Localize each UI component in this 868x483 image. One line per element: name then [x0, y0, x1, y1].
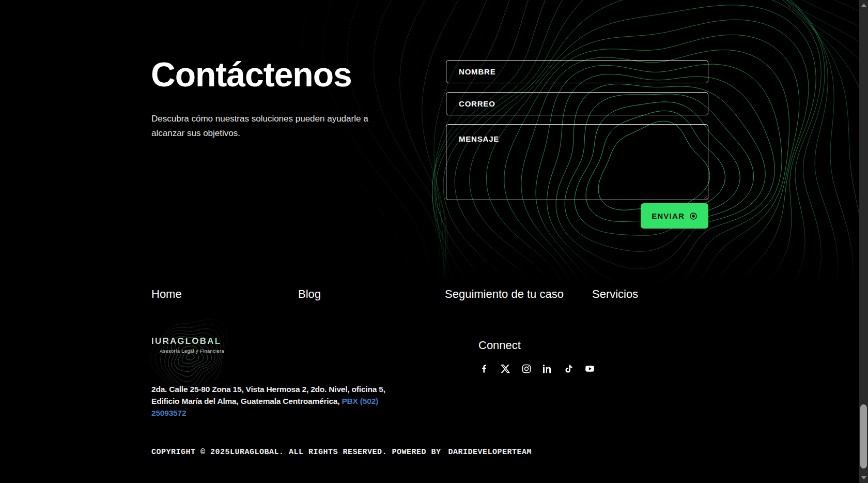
scroll-up-button[interactable] [859, 1, 868, 9]
copyright-bar: COPYRIGHT © 2025LURAGLOBAL. ALL RIGHTS R… [151, 448, 532, 457]
email-input[interactable] [446, 92, 708, 115]
send-button-label: ENVIAR [652, 212, 685, 220]
circle-dot-icon [689, 212, 698, 220]
nav-link-home[interactable]: Home [151, 288, 182, 301]
address-line2: Edificio María del Alma, Guatemala Centr… [151, 397, 339, 405]
tiktok-icon[interactable] [563, 363, 574, 374]
page-title: Contáctenos [151, 55, 352, 94]
name-input[interactable] [446, 60, 708, 83]
contact-form: ENVIAR [446, 60, 708, 229]
topographic-pattern [0, 0, 868, 290]
down-arrow-icon [861, 476, 866, 479]
social-links [478, 363, 595, 374]
scrollbar[interactable] [859, 0, 868, 483]
contact-subtitle: Descubra cómo nuestras soluciones pueden… [151, 112, 397, 141]
address-line1: 2da. Calle 25-80 Zona 15, Vista Hermosa … [151, 385, 385, 394]
copyright-text: COPYRIGHT © 2025LURAGLOBAL. ALL RIGHTS R… [151, 448, 441, 457]
youtube-icon[interactable] [584, 363, 595, 374]
message-input[interactable] [446, 124, 708, 200]
linkedin-icon[interactable] [542, 363, 553, 374]
company-logo[interactable]: IURAGLOBAL Asesoría Legal y Financiera [151, 336, 286, 372]
nav-link-seguimiento[interactable]: Seguimiento de tu caso [445, 288, 564, 301]
send-button[interactable]: ENVIAR [641, 203, 708, 229]
logo-tagline: Asesoría Legal y Financiera [160, 349, 286, 354]
scrollbar-thumb[interactable] [860, 404, 867, 469]
up-arrow-icon [861, 4, 866, 7]
scroll-down-button[interactable] [859, 474, 868, 482]
nav-link-servicios[interactable]: Servicios [592, 288, 638, 301]
address-block: 2da. Calle 25-80 Zona 15, Vista Hermosa … [151, 384, 412, 419]
facebook-icon[interactable] [478, 363, 489, 374]
logo-text: IURAGLOBAL [151, 336, 286, 346]
nav-link-blog[interactable]: Blog [298, 288, 321, 301]
powered-by-link[interactable]: DARIDEVELOPERTEAM [448, 448, 532, 457]
x-twitter-icon[interactable] [500, 363, 510, 374]
connect-title: Connect [478, 339, 521, 352]
page: Contáctenos Descubra cómo nuestras soluc… [0, 0, 868, 483]
instagram-icon[interactable] [521, 363, 532, 374]
